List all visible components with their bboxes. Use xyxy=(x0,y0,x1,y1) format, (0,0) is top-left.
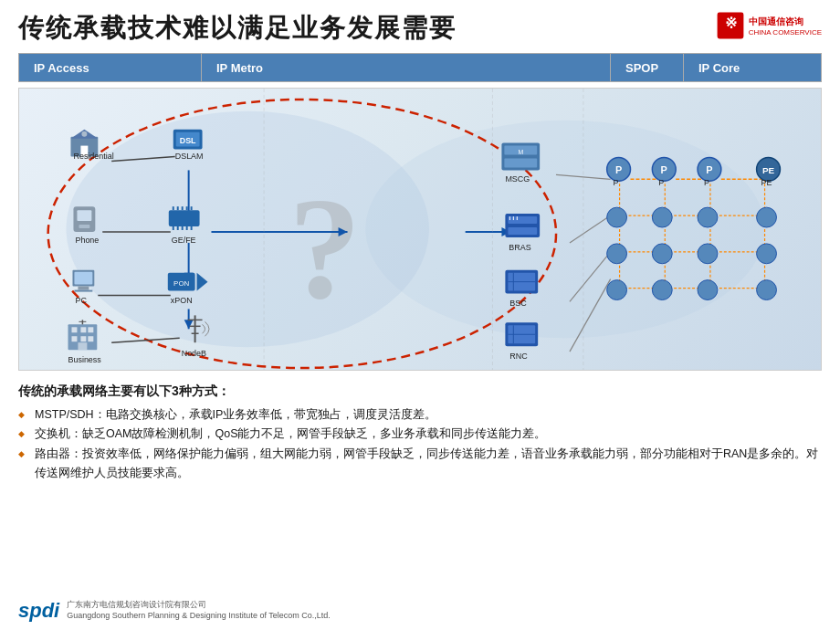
bullet-item-1: MSTP/SDH：电路交换核心，承载IP业务效率低，带宽独占，调度灵活度差。 xyxy=(18,405,822,425)
logo-text: 中国通信咨询 CHINA COMSERVICE xyxy=(749,16,822,37)
svg-rect-91 xyxy=(501,143,540,171)
svg-marker-15 xyxy=(184,320,194,329)
svg-rect-73 xyxy=(80,336,86,341)
svg-text:NodeB: NodeB xyxy=(182,349,206,358)
svg-text:Business: Business xyxy=(68,355,102,364)
svg-point-134 xyxy=(652,280,672,300)
svg-point-130 xyxy=(652,244,672,264)
svg-rect-74 xyxy=(88,336,93,341)
bullet-item-3: 路由器：投资效率低，网络保护能力偏弱，组大网能力弱，网管手段缺乏，同步传送能力差… xyxy=(18,445,822,484)
svg-rect-69 xyxy=(71,327,77,332)
svg-marker-17 xyxy=(339,227,348,236)
svg-point-113 xyxy=(607,158,631,182)
nav-item-spop[interactable]: SPOP xyxy=(611,54,684,81)
svg-rect-109 xyxy=(508,325,535,343)
svg-rect-92 xyxy=(504,146,537,155)
svg-text:P: P xyxy=(706,164,712,175)
footer-company-cn: 广东南方电信规划咨询设计院有限公司 xyxy=(67,600,331,611)
svg-rect-98 xyxy=(508,227,537,235)
svg-rect-47 xyxy=(169,210,200,226)
footer-company-info: 广东南方电信规划咨询设计院有限公司 Guangdong Southern Pla… xyxy=(67,600,331,621)
svg-line-20 xyxy=(556,174,611,179)
svg-text:Phone: Phone xyxy=(75,236,99,245)
text-area: 传统的承载网络主要有以下3种方式： MSTP/SDH：电路交换核心，承载IP业务… xyxy=(0,376,840,488)
svg-text:P: P xyxy=(614,178,619,187)
svg-text:P: P xyxy=(661,164,667,175)
svg-marker-19 xyxy=(501,227,510,236)
svg-rect-44 xyxy=(77,210,91,221)
footer-logo: spdi xyxy=(18,599,59,623)
svg-rect-40 xyxy=(176,132,200,147)
svg-point-127 xyxy=(698,207,718,227)
svg-point-129 xyxy=(607,244,627,264)
svg-rect-103 xyxy=(505,270,538,294)
svg-rect-70 xyxy=(80,327,86,332)
svg-text:RNC: RNC xyxy=(509,352,528,361)
svg-point-131 xyxy=(698,244,718,264)
svg-text:BRAS: BRAS xyxy=(509,243,530,252)
svg-point-2 xyxy=(67,111,429,347)
svg-point-4 xyxy=(48,100,556,368)
logo-area: ※ 中国通信咨询 CHINA COMSERVICE xyxy=(716,11,822,40)
network-diagram-svg: ? xyxy=(19,89,821,370)
svg-point-116 xyxy=(652,158,676,182)
svg-text:xPON: xPON xyxy=(171,296,193,305)
svg-rect-64 xyxy=(168,273,195,291)
nav-bar: IP Access IP Metro SPOP IP Core xyxy=(18,53,822,82)
bullet-list: MSTP/SDH：电路交换核心，承载IP业务效率低，带宽独占，调度灵活度差。 交… xyxy=(18,405,822,483)
svg-rect-97 xyxy=(508,216,537,224)
svg-rect-61 xyxy=(78,287,89,290)
svg-line-23 xyxy=(570,279,611,352)
svg-point-126 xyxy=(652,207,672,227)
svg-rect-43 xyxy=(73,206,95,232)
svg-point-3 xyxy=(365,121,764,338)
svg-point-125 xyxy=(607,207,627,227)
china-comservice-logo-icon: ※ xyxy=(716,11,745,40)
svg-line-22 xyxy=(570,252,611,302)
svg-point-122 xyxy=(757,158,781,182)
svg-text:P: P xyxy=(615,164,622,175)
svg-line-21 xyxy=(570,215,611,243)
svg-text:M: M xyxy=(518,149,523,155)
bullet-item-2: 交换机：缺乏OAM故障检测机制，QoS能力不足，网管手段缺乏，多业务承载和同步传… xyxy=(18,425,822,444)
svg-rect-34 xyxy=(70,137,98,157)
nav-item-ip-core[interactable]: IP Core xyxy=(684,54,821,81)
svg-rect-36 xyxy=(80,146,88,157)
svg-marker-35 xyxy=(70,130,98,139)
svg-text:MSCG: MSCG xyxy=(505,174,530,184)
svg-text:BSC: BSC xyxy=(509,299,527,308)
svg-rect-75 xyxy=(78,342,87,350)
svg-rect-72 xyxy=(71,336,77,341)
svg-text:?: ? xyxy=(289,168,361,329)
svg-rect-104 xyxy=(508,273,535,291)
svg-rect-59 xyxy=(72,270,94,287)
svg-text:※: ※ xyxy=(724,16,736,31)
svg-point-119 xyxy=(698,158,721,182)
svg-point-128 xyxy=(757,207,777,227)
svg-text:PC: PC xyxy=(75,296,87,305)
nav-item-ip-access[interactable]: IP Access xyxy=(19,54,202,81)
svg-rect-68 xyxy=(68,324,98,350)
svg-rect-71 xyxy=(88,327,93,332)
svg-rect-93 xyxy=(504,159,537,168)
svg-point-136 xyxy=(757,280,777,300)
svg-text:DSLAM: DSLAM xyxy=(175,152,204,161)
svg-text:DSL: DSL xyxy=(180,136,196,145)
svg-text:P: P xyxy=(658,178,664,187)
svg-rect-62 xyxy=(74,290,92,292)
svg-text:PON: PON xyxy=(173,279,189,288)
text-intro: 传统的承载网络主要有以下3种方式： xyxy=(18,383,822,400)
svg-rect-45 xyxy=(79,225,89,228)
footer: spdi 广东南方电信规划咨询设计院有限公司 Guangdong Souther… xyxy=(18,599,331,623)
svg-text:GE/FE: GE/FE xyxy=(172,236,196,245)
header: 传统承载技术难以满足业务发展需要 ※ 中国通信咨询 CHINA COMSERVI… xyxy=(0,0,840,53)
nav-item-ip-metro[interactable]: IP Metro xyxy=(202,54,611,81)
svg-line-9 xyxy=(111,338,180,342)
svg-line-6 xyxy=(111,157,175,162)
footer-company-en: Guangdong Southern Planning & Designing … xyxy=(67,611,331,622)
diagram-area: ? xyxy=(18,88,822,371)
svg-text:Residential: Residential xyxy=(73,152,113,161)
svg-point-37 xyxy=(81,131,87,137)
svg-rect-39 xyxy=(173,130,203,150)
svg-text:PE: PE xyxy=(761,178,772,187)
